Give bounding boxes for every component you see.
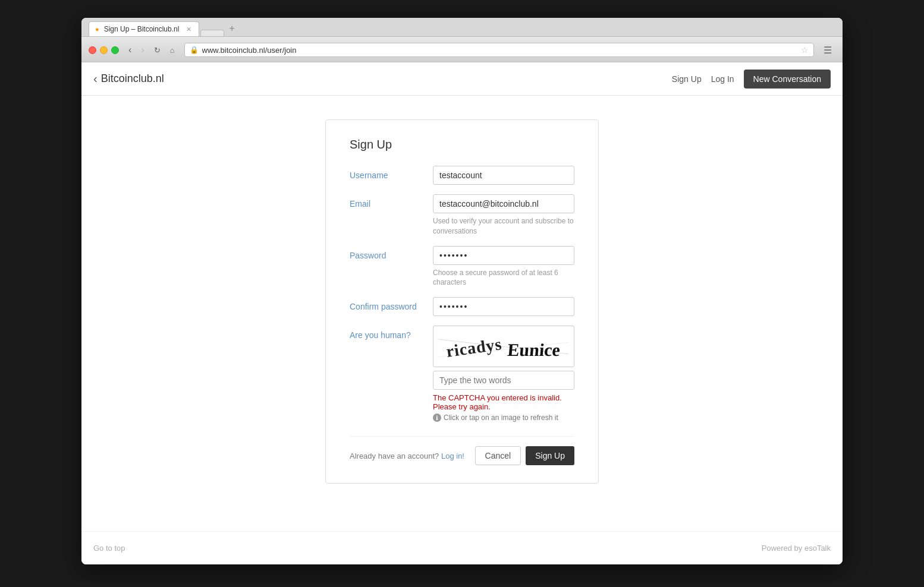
captcha-error-text: The CAPTCHA you entered is invalid. Plea…	[433, 393, 574, 411]
back-button[interactable]: ‹	[125, 43, 135, 56]
site-name: Bitcoinclub.nl	[101, 72, 164, 85]
form-footer: Already have an account? Log in! Cancel …	[350, 436, 574, 465]
menu-button[interactable]: ☰	[820, 43, 835, 57]
window-controls	[89, 46, 119, 54]
password-hint: Choose a secure password of at least 6 c…	[433, 268, 574, 288]
password-label: Password	[350, 246, 433, 260]
tab-title: Sign Up – Bitcoinclub.nl	[104, 25, 180, 33]
already-account-label: Already have an account?	[350, 452, 439, 460]
signup-nav-link[interactable]: Sign Up	[672, 74, 702, 84]
captcha-refresh[interactable]: ℹ Click or tap on an image to refresh it	[433, 414, 574, 422]
info-icon: ℹ	[433, 414, 441, 422]
email-hint: Used to verify your account and subscrib…	[433, 216, 574, 236]
captcha-row: Are you human? ricadys Euni	[350, 326, 574, 422]
address-bar-lock-icon: 🔒	[190, 46, 199, 54]
go-to-top-link[interactable]: Go to top	[93, 544, 125, 553]
close-window-button[interactable]	[89, 46, 96, 54]
captcha-image[interactable]: ricadys Eunice	[433, 326, 574, 367]
bookmark-icon[interactable]: ☆	[801, 45, 809, 55]
captcha-input[interactable]	[433, 371, 574, 390]
page-content: ‹ Bitcoinclub.nl Sign Up Log In New Conv…	[81, 62, 843, 564]
site-header: ‹ Bitcoinclub.nl Sign Up Log In New Conv…	[81, 62, 843, 96]
tab-close-button[interactable]: ✕	[186, 26, 191, 33]
login-link[interactable]: Log in!	[441, 452, 464, 460]
email-label: Email	[350, 194, 433, 209]
confirm-password-label: Confirm password	[350, 297, 433, 311]
already-account-text: Already have an account? Log in!	[350, 452, 464, 460]
main-content: Sign Up Username Email Used to verify yo…	[81, 96, 843, 507]
cancel-button[interactable]: Cancel	[475, 446, 521, 465]
forward-button[interactable]: ›	[137, 43, 147, 56]
active-tab[interactable]: ● Sign Up – Bitcoinclub.nl ✕	[89, 21, 199, 36]
signup-form-card: Sign Up Username Email Used to verify yo…	[325, 119, 599, 484]
maximize-window-button[interactable]	[111, 46, 119, 54]
username-label: Username	[350, 166, 433, 180]
new-tab[interactable]	[200, 30, 224, 36]
username-input[interactable]	[433, 166, 574, 185]
captcha-svg: ricadys Eunice	[438, 327, 569, 366]
site-footer: Go to top Powered by esoTalk	[81, 531, 843, 564]
captcha-label: Are you human?	[350, 326, 433, 340]
username-row: Username	[350, 166, 574, 185]
email-input[interactable]	[433, 194, 574, 213]
captcha-field-wrap: ricadys Eunice The CAPTCHA you entered i…	[433, 326, 574, 422]
address-bar-input[interactable]	[202, 46, 797, 55]
tab-favicon: ●	[95, 26, 99, 33]
confirm-password-field-wrap	[433, 297, 574, 316]
username-field-wrap	[433, 166, 574, 185]
open-new-tab-button[interactable]: +	[225, 23, 238, 36]
tab-bar: ● Sign Up – Bitcoinclub.nl ✕ +	[81, 18, 843, 37]
reload-button[interactable]: ↻	[150, 43, 164, 56]
site-logo[interactable]: ‹ Bitcoinclub.nl	[93, 72, 164, 86]
home-button[interactable]: ⌂	[166, 43, 178, 56]
email-field-wrap: Used to verify your account and subscrib…	[433, 194, 574, 236]
powered-by-text: Powered by esoTalk	[762, 544, 831, 553]
signup-submit-button[interactable]: Sign Up	[526, 446, 574, 465]
address-bar-container: 🔒 ☆	[184, 43, 814, 57]
password-input[interactable]	[433, 246, 574, 265]
browser-toolbar: ‹ › ↻ ⌂ 🔒 ☆ ☰	[81, 37, 843, 62]
login-nav-link[interactable]: Log In	[711, 74, 734, 84]
password-row: Password Choose a secure password of at …	[350, 246, 574, 288]
password-field-wrap: Choose a secure password of at least 6 c…	[433, 246, 574, 288]
form-actions: Cancel Sign Up	[475, 446, 574, 465]
confirm-password-input[interactable]	[433, 297, 574, 316]
form-title: Sign Up	[350, 138, 574, 152]
email-row: Email Used to verify your account and su…	[350, 194, 574, 236]
new-conversation-button[interactable]: New Conversation	[744, 70, 831, 89]
svg-text:Eunice: Eunice	[507, 340, 561, 360]
back-arrow-icon: ‹	[93, 72, 98, 86]
nav-buttons: ‹ › ↻ ⌂	[125, 43, 178, 56]
confirm-password-row: Confirm password	[350, 297, 574, 316]
header-nav: Sign Up Log In New Conversation	[672, 70, 831, 89]
captcha-refresh-text: Click or tap on an image to refresh it	[444, 414, 558, 422]
minimize-window-button[interactable]	[100, 46, 108, 54]
